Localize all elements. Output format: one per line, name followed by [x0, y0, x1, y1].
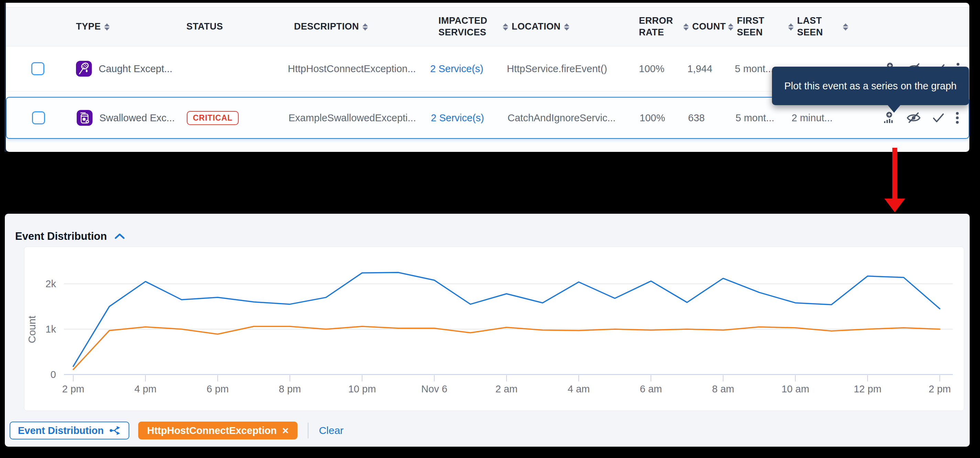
- split-branch-icon: [109, 425, 121, 436]
- svg-text:8 pm: 8 pm: [279, 384, 301, 395]
- annotation-arrow-head: [885, 198, 905, 212]
- column-header-location-label: LOCATION: [512, 21, 560, 33]
- column-header-first-seen: FIRST SEEN: [728, 15, 788, 38]
- type-cell: Caught Except...: [68, 61, 181, 77]
- type-label: Caught Except...: [99, 63, 172, 74]
- column-header-count-label: COUNT: [692, 21, 726, 33]
- row-checkbox[interactable]: [31, 62, 45, 75]
- sort-icon[interactable]: [363, 23, 368, 30]
- svg-text:6 am: 6 am: [640, 384, 662, 395]
- column-header-location: LOCATION: [503, 21, 633, 33]
- impacted-services-link[interactable]: 2 Service(s): [430, 113, 503, 124]
- row-actions: [849, 111, 960, 124]
- sort-icon[interactable]: [104, 23, 110, 30]
- clear-series-link[interactable]: Clear: [319, 425, 344, 436]
- svg-text:4 am: 4 am: [568, 384, 590, 395]
- impacted-services-link[interactable]: 2 Service(s): [429, 63, 503, 74]
- section-title-row: Event Distribution: [15, 230, 126, 242]
- column-header-status-label: STATUS: [186, 21, 223, 33]
- svg-text:8 am: 8 am: [712, 384, 734, 395]
- annotation-arrow-line: [892, 148, 897, 199]
- description-cell: ExampleSwallowedExcepti...: [285, 113, 430, 124]
- sort-icon[interactable]: [788, 23, 794, 30]
- plot-event-tooltip: Plot this event as a series on the graph: [772, 67, 969, 105]
- location-cell: HttpService.fireEvent(): [503, 63, 633, 74]
- column-header-type: TYPE: [68, 21, 181, 33]
- swallowed-exception-icon: [77, 110, 92, 126]
- svg-text:2 pm: 2 pm: [62, 384, 84, 395]
- tooltip-caret: [887, 105, 901, 113]
- svg-text:0: 0: [51, 369, 56, 380]
- svg-text:6 pm: 6 pm: [207, 384, 229, 395]
- svg-text:10 am: 10 am: [781, 384, 810, 395]
- svg-text:Nov 6: Nov 6: [421, 384, 447, 395]
- series-chip-label: HttpHostConnectException: [147, 425, 277, 436]
- table-header-row: TYPE STATUS DESCRIPTION IMPACTED SERVICE…: [6, 7, 969, 46]
- sort-icon[interactable]: [564, 23, 570, 30]
- column-header-description-label: DESCRIPTION: [294, 21, 359, 33]
- footer-divider: [308, 423, 309, 438]
- column-header-error-rate: ERROR RATE: [633, 15, 683, 38]
- column-header-impacted-services-label: IMPACTED SERVICES: [438, 15, 497, 38]
- event-distribution-chart: 01k2k2 pm4 pm6 pm8 pm10 pmNov 62 am4 am6…: [24, 247, 964, 410]
- description-cell: HttpHostConnectException...: [284, 63, 429, 74]
- last-seen-cell: 2 minut...: [789, 113, 849, 124]
- row-checkbox[interactable]: [32, 111, 45, 124]
- column-header-impacted-services: IMPACTED SERVICES: [429, 15, 503, 38]
- check-icon[interactable]: [932, 113, 945, 124]
- svg-text:4 pm: 4 pm: [134, 384, 156, 395]
- column-header-count: COUNT: [683, 21, 728, 33]
- chart-box: 01k2k2 pm4 pm6 pm8 pm10 pmNov 62 am4 am6…: [24, 247, 964, 411]
- svg-text:2 pm: 2 pm: [929, 384, 951, 395]
- count-cell: 638: [684, 113, 729, 124]
- sort-icon[interactable]: [683, 23, 689, 30]
- tooltip-text: Plot this event as a series on the graph: [784, 81, 957, 92]
- column-header-description: DESCRIPTION: [284, 21, 429, 33]
- svg-text:2k: 2k: [45, 278, 56, 289]
- svg-text:2 am: 2 am: [495, 384, 517, 395]
- svg-text:12 pm: 12 pm: [854, 384, 881, 395]
- error-rate-cell: 100%: [634, 113, 684, 124]
- type-label: Swallowed Exc...: [99, 113, 175, 124]
- column-header-type-label: TYPE: [76, 21, 101, 33]
- svg-text:Count: Count: [26, 315, 38, 343]
- first-seen-cell: 5 mont...: [729, 113, 789, 124]
- column-header-status: STATUS: [181, 21, 284, 33]
- column-header-error-rate-label: ERROR RATE: [633, 15, 677, 38]
- type-cell: Swallowed Exc...: [68, 110, 182, 126]
- error-rate-cell: 100%: [633, 63, 683, 74]
- section-title: Event Distribution: [15, 230, 107, 242]
- location-cell: CatchAndIgnoreServic...: [503, 113, 634, 124]
- event-distribution-section: Event Distribution 01k2k2 pm4 pm6 pm8 pm…: [5, 214, 970, 447]
- chip-close-icon[interactable]: ×: [282, 425, 289, 436]
- caught-exception-icon: [76, 61, 92, 77]
- sort-icon[interactable]: [728, 23, 733, 30]
- column-header-last-seen: LAST SEEN: [788, 15, 848, 38]
- eye-off-icon[interactable]: [906, 112, 921, 124]
- series-chip-httphostconnectexception[interactable]: HttpHostConnectException ×: [138, 422, 298, 439]
- chevron-up-icon[interactable]: [114, 232, 126, 241]
- series-button-label: Event Distribution: [18, 425, 104, 436]
- kebab-menu-icon[interactable]: [956, 111, 959, 124]
- sort-icon[interactable]: [503, 23, 508, 30]
- count-cell: 1,944: [683, 63, 728, 74]
- plot-series-icon[interactable]: [883, 112, 895, 124]
- chart-series-footer: Event Distribution HttpHostConnectExcept…: [10, 421, 344, 440]
- screenshot-stage: TYPE STATUS DESCRIPTION IMPACTED SERVICE…: [0, 0, 980, 458]
- svg-text:10 pm: 10 pm: [348, 384, 376, 395]
- svg-text:1k: 1k: [45, 324, 56, 334]
- sort-icon[interactable]: [843, 23, 848, 30]
- column-header-last-seen-label: LAST SEEN: [797, 15, 839, 38]
- event-distribution-series-button[interactable]: Event Distribution: [10, 422, 129, 439]
- critical-badge: CRITICAL: [187, 111, 239, 125]
- column-header-first-seen-label: FIRST SEEN: [737, 15, 788, 38]
